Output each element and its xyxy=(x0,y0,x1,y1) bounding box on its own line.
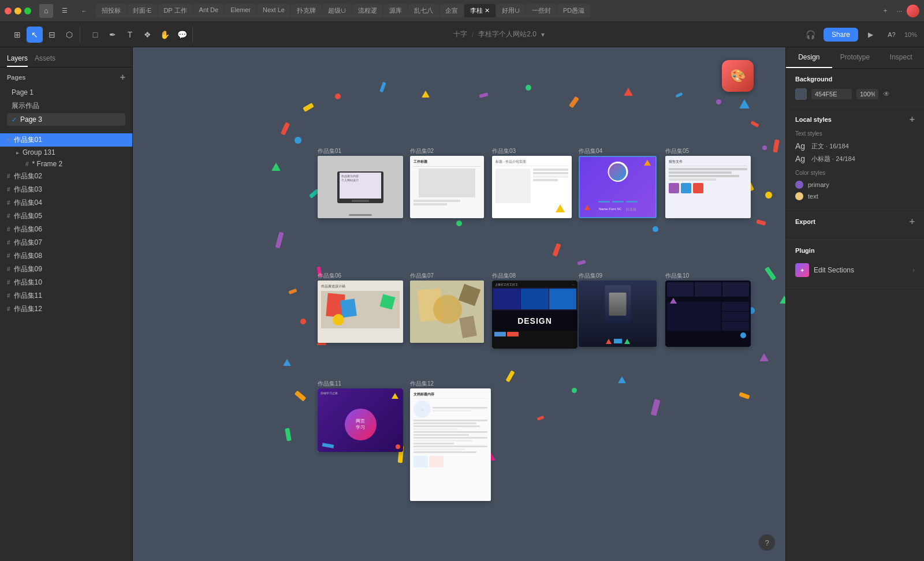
add-export-button[interactable]: + xyxy=(910,216,915,227)
tab-dp[interactable]: DP 工作 xyxy=(158,4,192,17)
tab-chaos[interactable]: 乱七八 xyxy=(408,4,439,17)
tab-next[interactable]: Next Le xyxy=(257,4,290,17)
eye-icon[interactable]: 👁 xyxy=(883,90,890,98)
tab-inspect[interactable]: Inspect xyxy=(878,47,924,68)
tab-source[interactable]: 源库 xyxy=(383,4,408,17)
tab-corp[interactable]: 企宣 xyxy=(439,4,464,17)
frame-04[interactable]: Name Font SC联系我 xyxy=(579,156,657,218)
add-style-button[interactable]: + xyxy=(910,114,915,125)
tab-fengmian[interactable]: 封面·E xyxy=(127,4,157,17)
add-tab-button[interactable]: ＋ xyxy=(877,3,893,18)
tab-good[interactable]: 好用∪ xyxy=(496,4,526,17)
bg-color-swatch[interactable] xyxy=(795,88,807,100)
pen-icon[interactable]: ✒ xyxy=(105,27,121,43)
hand-icon[interactable]: ✋ xyxy=(157,27,173,43)
bg-hex-input[interactable] xyxy=(811,89,852,99)
layer-zuopinji02[interactable]: # 作品集02 xyxy=(0,170,132,183)
frame-icon[interactable]: ⊟ xyxy=(44,27,60,43)
layer-group131[interactable]: ▸ Group 131 xyxy=(0,147,132,158)
layer-zuopinji01[interactable]: # 作品集01 xyxy=(0,133,132,147)
frame-07[interactable] xyxy=(410,280,484,343)
tab-layers[interactable]: Layers xyxy=(7,52,28,67)
text-style-zhengwen[interactable]: Ag 正文 · 16/184 xyxy=(795,140,915,152)
frame-label-04: 作品集04 xyxy=(579,147,602,155)
minimize-button[interactable] xyxy=(14,8,21,14)
page-item-3[interactable]: ✓ Page 3 xyxy=(7,113,125,126)
help-button[interactable]: ? xyxy=(759,534,775,551)
layer-zuopinji08[interactable]: # 作品集08 xyxy=(0,249,132,263)
share-button[interactable]: Share xyxy=(824,28,858,42)
frame-09[interactable] xyxy=(579,280,657,347)
frame-10[interactable] xyxy=(665,280,751,347)
panel-tabs: Layers Assets xyxy=(0,47,132,68)
asset-icon[interactable]: ❖ xyxy=(139,27,155,43)
tab-elem[interactable]: Elemer xyxy=(225,4,256,17)
component-icon[interactable]: ⬡ xyxy=(61,27,77,43)
frame-02[interactable]: 工作标题 xyxy=(410,156,484,218)
color-style-primary[interactable]: primary xyxy=(795,179,915,190)
confetti-piece xyxy=(780,296,785,304)
more-options-icon[interactable]: ··· xyxy=(897,8,902,14)
layer-zuopinji12[interactable]: # 作品集12 xyxy=(0,302,132,316)
page-item-portfolio[interactable]: 展示作品 xyxy=(7,99,125,113)
frame-06[interactable]: 作品展览设计稿 xyxy=(318,280,403,343)
layer-icon-10: # xyxy=(7,279,10,286)
text-icon[interactable]: T xyxy=(122,27,138,43)
local-styles-section: Local styles + Text styles Ag 正文 · 16/18… xyxy=(786,107,924,210)
frame-05[interactable]: 报告文件 xyxy=(665,156,751,218)
dropdown-icon[interactable]: ▾ xyxy=(541,31,545,39)
layer-zuopinji10[interactable]: # 作品集10 xyxy=(0,276,132,289)
tab-assets[interactable]: Assets xyxy=(35,52,55,67)
confetti-piece xyxy=(479,92,488,98)
maximize-button[interactable] xyxy=(24,8,31,14)
bg-opacity-input[interactable] xyxy=(856,89,878,99)
layer-zuopinji09[interactable]: # 作品集09 xyxy=(0,263,132,276)
layer-zuopinji06[interactable]: # 作品集06 xyxy=(0,223,132,236)
layer-label-frame2: * Frame 2 xyxy=(32,160,63,168)
layer-icon-04: # xyxy=(7,200,10,206)
layer-zuopinji03[interactable]: # 作品集03 xyxy=(0,183,132,196)
frame-12[interactable]: 文档标题内容 ○ xyxy=(410,388,491,501)
comment-icon[interactable]: 💬 xyxy=(174,27,190,43)
add-page-icon[interactable]: + xyxy=(120,72,125,83)
tab-poker[interactable]: 扑克牌 xyxy=(291,4,322,17)
tab-ant[interactable]: Ant De xyxy=(193,4,225,17)
plugin-action-icon[interactable]: › xyxy=(912,266,915,274)
type-icon[interactable]: A? xyxy=(884,27,900,43)
close-button[interactable] xyxy=(5,8,12,14)
frame-03[interactable]: 标题 - 作品介绍页面 xyxy=(492,156,572,218)
headphones-icon[interactable]: 🎧 xyxy=(803,27,819,43)
frame-11[interactable]: 前端学习之路 网页学习 xyxy=(318,388,403,452)
text-style-xiaobiaoti[interactable]: Ag 小标题 · 24/184 xyxy=(795,152,915,165)
select-icon[interactable]: ↖ xyxy=(27,27,43,43)
rectangle-icon[interactable]: □ xyxy=(87,27,103,43)
layer-zuopinji11[interactable]: # 作品集11 xyxy=(0,289,132,302)
layer-label-10: 作品集10 xyxy=(14,278,42,287)
background-section: Background 👁 xyxy=(786,69,924,107)
layer-label-group: Group 131 xyxy=(23,148,55,156)
menu-icon[interactable]: ☰ xyxy=(57,3,73,19)
home-button[interactable]: ⌂ xyxy=(39,4,53,18)
confetti-piece xyxy=(759,353,769,361)
frame-01[interactable]: 作品展示内容个人网站设计 xyxy=(318,156,403,218)
page-item-1[interactable]: Page 1 xyxy=(7,86,125,99)
tab-pd[interactable]: PD愚滋 xyxy=(557,4,590,17)
plugin-item-edit-sections[interactable]: ✦ Edit Sections › xyxy=(795,260,915,280)
tab-design[interactable]: Design xyxy=(786,47,832,68)
play-icon[interactable]: ▶ xyxy=(863,27,879,43)
tab-zhaobitao[interactable]: 招投标 xyxy=(96,4,126,17)
tab-prototype[interactable]: Prototype xyxy=(832,47,878,68)
tab-flow[interactable]: 流程逻 xyxy=(352,4,383,17)
grid-icon[interactable]: ⊞ xyxy=(9,27,25,43)
frame-08[interactable]: 上班打工打工打工 ··· DESIGN xyxy=(492,280,578,349)
back-icon[interactable]: ← xyxy=(76,3,92,19)
canvas[interactable]: 🎨 作品集01 作品展示内容个人网站设计 作品集02 工作标题 xyxy=(133,47,785,561)
color-style-text[interactable]: text xyxy=(795,190,915,202)
layer-frame2[interactable]: # * Frame 2 xyxy=(0,158,132,170)
layer-zuopinji05[interactable]: # 作品集05 xyxy=(0,210,132,223)
tab-ligui[interactable]: 李桂 ✕ xyxy=(464,4,495,17)
layer-zuopinji07[interactable]: # 作品集07 xyxy=(0,236,132,249)
layer-zuopinji04[interactable]: # 作品集04 xyxy=(0,196,132,210)
tab-seal[interactable]: 一些封 xyxy=(526,4,557,17)
tab-super[interactable]: 超级∪ xyxy=(322,4,352,17)
